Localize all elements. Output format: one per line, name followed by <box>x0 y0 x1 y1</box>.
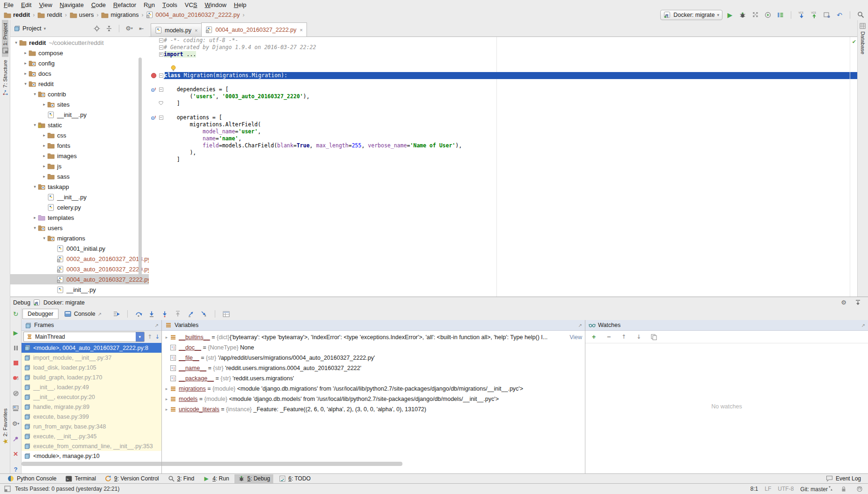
tree-item[interactable]: ▸images <box>10 151 149 161</box>
expand-arrow[interactable]: ▾ <box>13 40 19 45</box>
code-line[interactable]: ), <box>149 149 857 156</box>
breadcrumb-item[interactable]: reddit <box>3 11 31 19</box>
code-line[interactable]: model_name='user', <box>149 128 857 135</box>
expand-arrow[interactable]: ▸ <box>22 61 29 65</box>
menu-run[interactable]: Run <box>140 0 159 9</box>
tree-item[interactable]: __init__.py <box>10 109 149 120</box>
toolwindow-button-find[interactable]: 3: Find <box>164 474 198 483</box>
fold-column[interactable] <box>158 142 164 149</box>
expand-arrow[interactable]: ▸ <box>41 143 47 148</box>
variable-row[interactable]: ▸unicode_literals = {instance} _Feature:… <box>162 404 585 414</box>
toolwindow-button-version-control[interactable]: 9: Version Control <box>101 474 162 483</box>
fold-column[interactable]: + <box>158 51 164 58</box>
tab-close-icon[interactable]: × <box>300 27 303 33</box>
remove-watch-button[interactable]: − <box>604 332 613 341</box>
code-line[interactable] <box>149 65 857 72</box>
tree-item[interactable]: ▸config <box>10 58 149 68</box>
fold-column[interactable] <box>158 121 164 128</box>
code-gutter[interactable] <box>149 37 158 44</box>
debug-button[interactable] <box>738 10 747 20</box>
tree-item[interactable]: ▸fonts <box>10 140 149 151</box>
help-button[interactable]: ? <box>11 465 21 473</box>
code-gutter[interactable] <box>149 44 158 51</box>
frame-item[interactable]: import_module, __init__.py:37 <box>22 353 161 363</box>
code-line[interactable] <box>149 79 857 86</box>
fold-column[interactable] <box>158 100 164 107</box>
menu-window[interactable]: Window <box>201 0 230 9</box>
editor-tab[interactable]: models.py× <box>151 23 202 36</box>
debug-settings-button[interactable]: ⚙ <box>839 298 848 307</box>
float-hint-icon[interactable]: ↗ <box>578 323 582 328</box>
menu-navigate[interactable]: Navigate <box>56 0 88 9</box>
code-line[interactable]: −# -*- coding: utf-8 -*- <box>149 37 857 44</box>
resume-button[interactable]: ▶ <box>11 328 21 336</box>
menu-tools[interactable]: Tools <box>159 0 181 9</box>
menu-code[interactable]: Code <box>88 0 109 9</box>
expand-arrow[interactable]: ▸ <box>164 397 169 401</box>
code-gutter[interactable] <box>149 121 158 128</box>
toolwindow-button-debug[interactable]: 5: Debug <box>234 474 274 483</box>
close-tool-button[interactable]: ✕ <box>11 450 21 458</box>
run-button[interactable]: ▶ <box>725 10 735 20</box>
code-line[interactable]: field=models.CharField(blank=True, max_l… <box>149 142 857 149</box>
vcs-commit-button[interactable]: VCS <box>810 10 819 20</box>
code-gutter[interactable] <box>149 100 158 107</box>
rerun-button[interactable]: ↻ <box>11 310 21 318</box>
fold-column[interactable]: − <box>158 37 164 44</box>
tree-item[interactable]: ▾users <box>10 223 149 233</box>
float-hint-icon[interactable]: ↗ <box>861 323 865 328</box>
tree-item[interactable]: celery.py <box>10 202 149 212</box>
expand-arrow[interactable]: ▾ <box>22 81 29 86</box>
local-changes-button[interactable] <box>822 10 832 20</box>
expand-arrow[interactable]: ▸ <box>41 174 47 179</box>
breadcrumb-item[interactable]: 0004_auto_20160327_2222.py <box>145 11 241 19</box>
show-execution-point-button[interactable] <box>112 309 121 319</box>
status-lf[interactable]: LF <box>765 486 771 492</box>
float-hint-icon[interactable]: ↗ <box>155 323 159 328</box>
menu-refactor[interactable]: Refactor <box>109 0 140 9</box>
fold-column[interactable] <box>158 156 164 163</box>
expand-arrow[interactable]: ▸ <box>22 51 29 55</box>
menu-view[interactable]: View <box>35 0 56 9</box>
bp-icon[interactable] <box>150 72 157 80</box>
code-gutter[interactable] <box>149 128 158 135</box>
fold-collapse-icon[interactable]: − <box>159 87 163 92</box>
tool-stripe-favorites[interactable]: 2: Favorites <box>2 406 8 448</box>
expand-arrow[interactable]: ▾ <box>32 123 38 127</box>
step-over-button[interactable] <box>134 309 143 319</box>
code-gutter[interactable] <box>149 93 158 100</box>
fold-column[interactable] <box>158 65 164 72</box>
restore-layout-tool-button[interactable] <box>11 405 21 413</box>
frame-item[interactable]: handle, migrate.py:89 <box>22 402 161 412</box>
status-8[interactable]: 8:1 <box>751 486 759 492</box>
fold-collapse-icon[interactable]: − <box>159 45 163 50</box>
run-configuration-select[interactable]: dj Docker: migrate ▾ <box>660 10 722 20</box>
expand-arrow[interactable]: ▸ <box>32 215 38 220</box>
tree-item[interactable]: ▸sites <box>10 99 149 109</box>
threads-view-button[interactable] <box>221 309 231 319</box>
status-git[interactable]: Git: master <box>800 486 832 493</box>
code-gutter[interactable] <box>149 79 158 86</box>
chevron-down-icon[interactable]: ▾ <box>44 26 46 31</box>
tree-item[interactable]: 0004_auto_20160327_2222.py <box>10 274 149 284</box>
toolwindow-button-terminal[interactable]: >_Terminal <box>62 474 99 483</box>
fold-column[interactable] <box>158 128 164 135</box>
variable-row[interactable]: __doc__ = {NoneType} None <box>162 342 585 353</box>
pause-button[interactable] <box>11 344 21 352</box>
code-gutter[interactable] <box>149 149 158 156</box>
code-line[interactable]: ] <box>149 156 857 163</box>
fold-column[interactable] <box>158 107 164 114</box>
frame-item[interactable]: build_graph, loader.py:170 <box>22 372 161 382</box>
pin-button[interactable] <box>11 435 21 443</box>
frame-item[interactable]: execute, __init__.py:345 <box>22 431 161 441</box>
menu-vcs[interactable]: VCS <box>181 0 201 9</box>
code-line[interactable]: +import ... <box>149 51 857 58</box>
fold-column[interactable] <box>158 58 164 65</box>
frame-item[interactable]: __init__, loader.py:49 <box>22 382 161 392</box>
tree-item[interactable]: ▾static <box>10 120 149 130</box>
evaluate-expression-button[interactable]: x <box>199 309 209 319</box>
tree-item[interactable]: 0001_initial.py <box>10 243 149 254</box>
toolwindow-button-python-console[interactable]: Python Console <box>4 474 60 483</box>
frame-down-icon[interactable]: ↓ <box>155 334 160 340</box>
menu-edit[interactable]: Edit <box>17 0 35 9</box>
